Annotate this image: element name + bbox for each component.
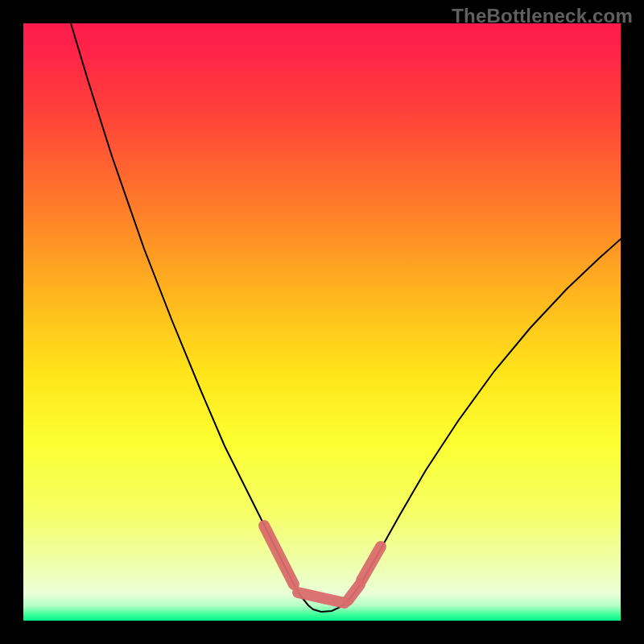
- bottleneck-curve: [23, 23, 621, 621]
- marker-segment-right-upper: [361, 547, 381, 580]
- watermark-text: TheBottleneck.com: [452, 5, 633, 27]
- marker-segment-left: [264, 526, 294, 584]
- marker-segment-right-lower: [348, 584, 360, 601]
- chart-frame: [23, 23, 621, 621]
- curve-path: [71, 23, 621, 612]
